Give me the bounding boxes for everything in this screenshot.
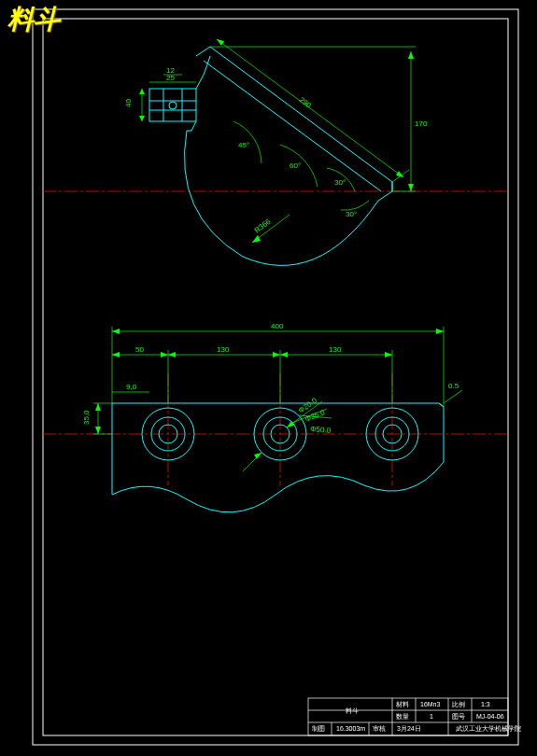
dim-edge: 9,0 [112, 383, 149, 392]
svg-marker-74 [287, 421, 294, 427]
tb-date-lbl: 审核 [373, 725, 386, 733]
inner-border [43, 19, 508, 735]
svg-text:400: 400 [271, 322, 284, 330]
tb-org: 武汉工业大学机械学院 [456, 725, 521, 732]
svg-text:30°: 30° [346, 210, 357, 218]
tb-weight-lbl: 制图 [312, 725, 325, 732]
svg-text:170: 170 [415, 119, 428, 128]
plate-outline [112, 403, 444, 512]
tb-scale: 1:3 [481, 701, 490, 707]
dim-right-h: 170 [210, 47, 428, 191]
tb-weight: 16.3003m [336, 725, 365, 732]
svg-text:45°: 45° [238, 141, 249, 149]
svg-text:30°: 30° [334, 178, 346, 187]
tb-scale-lbl: 比例 [452, 701, 465, 707]
svg-marker-9 [217, 39, 224, 46]
dim-chain: 50 130 130 [112, 345, 392, 403]
top-view: 290 170 R366 30° 60° 45° 30° [43, 39, 508, 265]
svg-point-5 [169, 102, 177, 109]
dim-radius: R366 [252, 215, 290, 243]
svg-text:130: 130 [217, 345, 230, 354]
svg-marker-15 [408, 51, 414, 59]
outer-border [33, 9, 518, 745]
svg-marker-58 [280, 352, 288, 357]
dim-slant: 290 [217, 39, 403, 177]
svg-text:9,0: 9,0 [126, 383, 137, 391]
front-view: 400 50 130 130 9,0 [43, 322, 508, 512]
tb-material: 16Mn3 [420, 701, 441, 707]
tb-drawn-lbl: 图号 [452, 713, 465, 720]
svg-marker-54 [112, 352, 120, 357]
svg-marker-27 [139, 116, 145, 121]
svg-line-8 [217, 39, 403, 177]
svg-marker-26 [139, 89, 145, 94]
svg-text:35,0: 35,0 [82, 410, 91, 425]
svg-line-71 [444, 390, 462, 403]
svg-text:40: 40 [124, 99, 133, 107]
dim-overall-w: 400 [112, 322, 444, 407]
svg-text:12: 12 [166, 66, 175, 75]
svg-marker-48 [436, 329, 444, 334]
svg-text:Φ50.0: Φ50.0 [310, 425, 332, 435]
svg-marker-55 [161, 352, 168, 357]
svg-marker-81 [254, 453, 261, 459]
svg-marker-57 [273, 352, 280, 357]
svg-marker-68 [95, 403, 101, 411]
svg-marker-47 [112, 329, 120, 334]
tb-name: 料斗 [346, 707, 359, 714]
svg-line-34 [439, 403, 444, 407]
dim-flange: 40 25 12 [124, 66, 196, 121]
tb-drawn: MJ-04-06 [476, 713, 504, 720]
svg-text:R366: R366 [253, 217, 273, 235]
svg-line-33 [392, 170, 409, 182]
tb-qty-lbl: 数量 [396, 713, 409, 720]
svg-text:290: 290 [298, 95, 314, 110]
dim-angles: 30° 60° 45° 30° [233, 121, 369, 218]
hopper-slant-inner [204, 61, 381, 191]
dim-height: 35,0 [82, 403, 112, 434]
tb-material-lbl: 材料 [395, 701, 409, 707]
svg-text:130: 130 [329, 345, 342, 354]
svg-text:60°: 60° [290, 161, 301, 170]
tb-date: 3月24日 [397, 725, 421, 732]
drawing-title: 料斗 [7, 2, 60, 37]
title-block: 料斗 材料 16Mn3 比例 1:3 数量 1 图号 MJ-04-06 制图 1… [308, 698, 521, 735]
svg-marker-19 [252, 235, 261, 243]
svg-marker-59 [385, 352, 392, 357]
cad-drawing: 290 170 R366 30° 60° 45° 30° [0, 0, 537, 756]
bucket-arc [185, 131, 379, 265]
svg-text:50: 50 [135, 345, 144, 354]
svg-marker-16 [408, 184, 414, 191]
svg-text:0.5: 0.5 [448, 382, 459, 390]
svg-line-7 [191, 121, 196, 131]
dim-diameters: Φ20.0 Φ35.0 Φ50.0 [243, 396, 332, 471]
dim-chamfer: 0.5 [444, 382, 462, 403]
flange-detail [149, 56, 210, 131]
tb-qty: 1 [430, 713, 433, 720]
svg-marker-56 [168, 352, 176, 357]
svg-line-6 [196, 75, 204, 89]
svg-marker-69 [95, 427, 101, 434]
svg-rect-0 [149, 89, 196, 121]
